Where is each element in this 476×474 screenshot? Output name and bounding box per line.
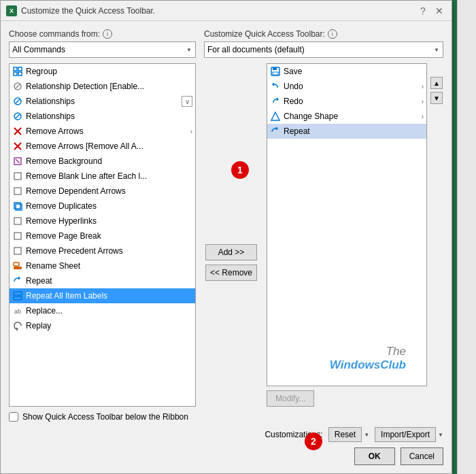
left-list-item-regroup[interactable]: Regroup (10, 64, 195, 79)
reset-button[interactable]: Reset (328, 427, 362, 442)
right-list-item-text-undo: Undo (284, 82, 422, 91)
right-dropdown[interactable]: For all documents (default) (204, 41, 443, 58)
svg-rect-23 (14, 267, 22, 269)
svg-rect-25 (14, 292, 22, 295)
remove-button[interactable]: << Remove (205, 265, 257, 281)
relationships2-icon (12, 111, 23, 122)
relationships1-icon (12, 96, 23, 107)
left-list-item-remove-bg[interactable]: Remove Background (10, 154, 195, 169)
left-list-item-remove-dep[interactable]: Remove Dependent Arrows (10, 184, 195, 199)
right-list-item-save[interactable]: Save (267, 64, 426, 79)
watermark-line1: The (330, 345, 406, 358)
excel-panel (457, 0, 476, 474)
show-below-checkbox[interactable] (9, 412, 18, 422)
right-dropdown-wrapper[interactable]: For all documents (default) (204, 41, 443, 58)
up-arrow-button[interactable]: ▲ (430, 77, 443, 89)
svg-rect-21 (14, 233, 21, 239)
left-list-item-text-repeat: Repeat (26, 276, 192, 286)
right-list-item-text-repeat-right: Repeat (284, 126, 424, 136)
left-section-header: Choose commands from: i All Commands (9, 29, 196, 58)
right-list[interactable]: SaveUndo›Redo›Change Shape›Repeat (267, 64, 426, 386)
remove-bg-icon (12, 156, 23, 167)
change-shape-right-icon (270, 111, 281, 122)
close-button[interactable]: ✕ (432, 4, 446, 18)
right-section: SaveUndo›Redo›Change Shape›Repeat The Wi… (267, 63, 443, 407)
left-list-item-text-remove-dep: Remove Dependent Arrows (26, 186, 192, 196)
svg-rect-26 (14, 297, 22, 300)
left-dropdown-wrapper[interactable]: All Commands (9, 41, 196, 58)
modify-row: Modify... (267, 390, 443, 407)
left-list-item-remove-arrows2[interactable]: Remove Arrows [Remove All A... (10, 139, 195, 154)
left-list-item-repeat[interactable]: Repeat (10, 273, 195, 288)
right-list-item-text-save: Save (284, 67, 424, 76)
dialog-container: X Customize the Quick Access Toolbar. ? … (0, 0, 452, 474)
svg-rect-29 (273, 67, 277, 70)
left-list-item-text-repeat-all: Repeat All Item Labels (26, 291, 192, 301)
svg-marker-31 (271, 112, 279, 120)
svg-rect-24 (14, 263, 19, 266)
remove-prec-icon (12, 246, 23, 256)
svg-rect-2 (14, 72, 17, 75)
remove-page-icon (12, 231, 23, 241)
import-export-button[interactable]: Import/Export (375, 427, 436, 442)
middle-buttons: Add >> << Remove (204, 63, 258, 407)
repeat-right-right-icon (270, 126, 281, 137)
left-list-item-remove-page[interactable]: Remove Page Break (10, 228, 195, 243)
left-panel-label: Choose commands from: (9, 29, 100, 39)
left-list-item-relationships1[interactable]: Relationships∨ (10, 94, 195, 109)
left-list-item-relationships2[interactable]: Relationships (10, 109, 195, 124)
right-info-icon[interactable]: i (328, 29, 337, 39)
left-list-item-rename-sheet[interactable]: Rename Sheet (10, 258, 195, 273)
sub-arrow-remove-arrows: › (190, 128, 192, 135)
left-list-item-text-remove-hyper: Remove Hyperlinks (26, 216, 192, 226)
undo-right-icon (270, 81, 281, 92)
ok-button[interactable]: OK (354, 447, 395, 465)
svg-line-15 (16, 159, 20, 163)
right-panel: SaveUndo›Redo›Change Shape›Repeat The Wi… (267, 63, 427, 386)
remove-arrows2-icon (12, 141, 23, 152)
left-list-item-text-rename-sheet: Rename Sheet (26, 261, 192, 271)
sub-right-arrow-change-shape: › (422, 113, 424, 120)
sub-right-arrow-undo: › (422, 83, 424, 90)
right-list-item-redo[interactable]: Redo› (267, 94, 426, 109)
left-list-item-text-remove-blank: Remove Blank Line after Each l... (26, 171, 192, 181)
remove-dep-icon (12, 186, 23, 197)
left-dropdown[interactable]: All Commands (9, 41, 196, 58)
right-list-item-undo[interactable]: Undo› (267, 79, 426, 94)
svg-rect-20 (14, 218, 21, 224)
left-list-item-remove-dups[interactable]: Remove Duplicates (10, 199, 195, 214)
left-list-item-repeat-all[interactable]: Repeat All Item Labels (10, 288, 195, 303)
svg-line-7 (16, 99, 20, 103)
left-list-item-remove-arrows[interactable]: Remove Arrows› (10, 124, 195, 139)
right-list-item-repeat-right[interactable]: Repeat (267, 124, 426, 139)
left-list-item-text-replace: Replace... (26, 306, 192, 316)
replace-icon: ab (12, 305, 23, 316)
left-list-item-remove-blank[interactable]: Remove Blank Line after Each l... (10, 169, 195, 184)
left-list-item-rel-detect[interactable]: Relationship Detection [Enable... (10, 79, 195, 94)
left-list-item-remove-prec[interactable]: Remove Precedent Arrows (10, 243, 195, 258)
cancel-button[interactable]: Cancel (401, 447, 443, 465)
left-list-item-text-remove-bg: Remove Background (26, 156, 192, 166)
left-list-item-replace[interactable]: abReplace... (10, 303, 195, 318)
right-list-item-text-redo: Redo (284, 97, 422, 106)
expand-icon-relationships1[interactable]: ∨ (182, 96, 192, 107)
replay-icon (12, 320, 23, 331)
excel-icon: X (6, 5, 17, 16)
help-button[interactable]: ? (416, 4, 430, 18)
left-list-container: RegroupRelationship Detection [Enable...… (9, 63, 196, 407)
remove-arrows-icon (12, 126, 23, 137)
left-list[interactable]: RegroupRelationship Detection [Enable...… (10, 64, 195, 406)
badge-1: 1 (231, 161, 249, 179)
remove-dups-icon (12, 201, 23, 211)
left-list-item-replay[interactable]: Replay (10, 318, 195, 333)
title-bar: X Customize the Quick Access Toolbar. ? … (1, 1, 452, 21)
svg-rect-16 (14, 173, 21, 180)
modify-button[interactable]: Modify... (267, 390, 314, 407)
left-list-item-remove-hyper[interactable]: Remove Hyperlinks (10, 214, 195, 228)
add-button[interactable]: Add >> (205, 244, 257, 260)
left-list-item-text-remove-arrows: Remove Arrows (26, 126, 188, 136)
svg-line-5 (16, 84, 20, 88)
right-list-item-change-shape[interactable]: Change Shape› (267, 109, 426, 124)
down-arrow-button[interactable]: ▼ (430, 92, 443, 104)
left-info-icon[interactable]: i (103, 29, 112, 39)
